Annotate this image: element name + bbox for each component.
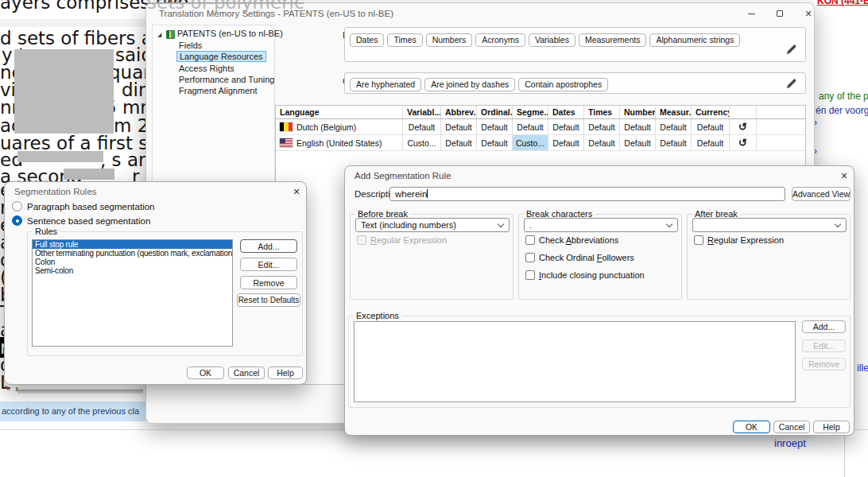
cancel-button[interactable]: Cancel (773, 421, 810, 433)
before-regex-checkbox (357, 235, 366, 245)
table-row-dutch[interactable]: Dutch (Belgium) Default Default Default … (276, 119, 805, 135)
cell[interactable]: Default (584, 119, 620, 134)
cell[interactable]: Default (656, 119, 692, 134)
recognize-chip[interactable]: Variables (529, 33, 575, 47)
tree-item-performance-tuning[interactable]: Performance and Tuning (179, 75, 274, 84)
cell[interactable]: Default (403, 119, 441, 134)
check-abbreviations-checkbox[interactable] (525, 235, 535, 245)
add-rule-button[interactable]: Add... (240, 239, 297, 253)
break-characters-dropdown[interactable]: . (524, 218, 678, 232)
rule-item-colon[interactable]: Colon (33, 258, 232, 266)
remove-rule-button[interactable]: Remove (240, 276, 297, 289)
close-button[interactable]: ✕ (838, 169, 851, 182)
recognize-chip[interactable]: Measurements (579, 33, 646, 47)
cell[interactable]: Default (477, 135, 513, 150)
col-reset (730, 106, 757, 118)
col-currency[interactable]: Currency (692, 106, 730, 118)
exceptions-group: Exceptions Add... Edit... Remove (348, 316, 851, 408)
cell[interactable]: Default (477, 119, 513, 134)
screen: ayers comprises two d sets of fibers are… (0, 0, 868, 477)
cell-selected[interactable]: Custo... (513, 135, 548, 150)
col-variables[interactable]: Variabl... (403, 106, 441, 118)
paragraph-segmentation-radio[interactable] (12, 201, 22, 211)
tree-item-access-rights[interactable]: Access Rights (179, 64, 234, 73)
edit-pencil-icon[interactable] (785, 44, 797, 56)
ok-button[interactable]: OK (187, 366, 224, 379)
reset-defaults-button[interactable]: Reset to Defaults (237, 293, 300, 307)
doc-fragment-inroept: inroept (774, 437, 806, 449)
recognize-chip[interactable]: Alphanumeric strings (649, 33, 740, 47)
after-break-dropdown[interactable] (692, 218, 847, 232)
reset-row-button[interactable]: ↺ (730, 119, 757, 134)
after-regex-label: Regular Expression (707, 235, 784, 245)
recognize-chip[interactable]: Acronyms (475, 33, 525, 47)
doc-separator (0, 19, 145, 27)
exceptions-list[interactable] (354, 321, 796, 402)
cell[interactable]: Default (656, 135, 692, 150)
close-button[interactable]: ✕ (796, 4, 821, 23)
selected-segment-row[interactable]: according to any of the previous cla (0, 401, 149, 421)
before-break-group: Before break Text (including numbers) Re… (350, 214, 513, 300)
edit-rule-button[interactable]: Edit... (240, 258, 297, 271)
cancel-button[interactable]: Cancel (228, 366, 265, 379)
cell[interactable]: Default (620, 135, 656, 150)
dialog-title: Segmentation Rules (14, 187, 97, 196)
after-break-group: After break Regular Expression (687, 214, 851, 300)
redaction-block (14, 49, 114, 134)
cell[interactable]: Default (548, 119, 584, 134)
rules-list[interactable]: Full stop rule Other terminating punctua… (32, 239, 233, 347)
cell[interactable]: Default (584, 135, 620, 150)
cell[interactable]: Default (441, 119, 477, 134)
recognize-chip[interactable]: Numbers (426, 33, 473, 47)
tree-item-language-resources[interactable]: Language Resources (176, 51, 266, 62)
sentence-segmentation-radio[interactable] (12, 215, 22, 226)
cell[interactable]: Custo... (403, 135, 441, 150)
col-segmentation[interactable]: Segme... (513, 106, 548, 118)
cell[interactable]: Default (548, 135, 584, 150)
cell[interactable]: Default (692, 135, 730, 150)
cell[interactable]: Default (513, 119, 548, 134)
advanced-view-button[interactable]: Advanced View (792, 187, 851, 201)
description-input[interactable]: wherein (389, 187, 785, 201)
after-regex-checkbox[interactable] (694, 235, 703, 245)
col-dates[interactable]: Dates (548, 106, 584, 118)
col-abbreviations[interactable]: Abbrev... (441, 106, 477, 118)
cell[interactable]: Default (441, 135, 477, 150)
check-ordinal-followers-checkbox[interactable] (525, 253, 535, 262)
reset-row-button[interactable]: ↺ (730, 135, 757, 150)
count-chip[interactable]: Are hyphenated (350, 78, 421, 91)
table-row-english[interactable]: English (United States) Custo... Default… (276, 135, 805, 151)
include-closing-punctuation-label: Include closing punctuation (539, 270, 645, 280)
count-chip[interactable]: Contain apostrophes (518, 78, 608, 91)
rule-item-full-stop[interactable]: Full stop rule (33, 240, 232, 249)
count-chip[interactable]: Are joined by dashes (424, 78, 515, 91)
recognize-chip[interactable]: Dates (350, 33, 384, 47)
close-button[interactable]: ✕ (290, 185, 303, 198)
col-numbers[interactable]: Numbers (620, 106, 656, 118)
help-button[interactable]: Help (268, 366, 303, 379)
include-closing-punctuation-checkbox[interactable] (525, 270, 535, 280)
tree-expand-icon[interactable]: ◢ (157, 32, 161, 38)
edit-pencil-icon[interactable] (785, 78, 797, 90)
cell[interactable]: Default (692, 119, 730, 134)
maximize-button[interactable] (767, 4, 792, 23)
table-header-row: Language Variabl... Abbrev... Ordinal...… (276, 106, 805, 119)
cell[interactable]: Default (620, 119, 656, 134)
add-exception-button[interactable]: Add... (802, 320, 846, 333)
help-button[interactable]: Help (813, 421, 850, 433)
minimize-button[interactable] (738, 4, 764, 23)
col-measurements[interactable]: Measur... (656, 106, 692, 118)
close-icon: ✕ (840, 171, 847, 181)
tree-item-fragment-alignment[interactable]: Fragment Alignment (179, 86, 257, 95)
rule-item-semi-colon[interactable]: Semi-colon (33, 266, 232, 275)
col-ordinals[interactable]: Ordinal... (477, 106, 513, 118)
ok-button[interactable]: OK (733, 421, 770, 433)
rule-item-other-punctuation[interactable]: Other terminating punctuation (question … (33, 249, 232, 258)
col-times[interactable]: Times (584, 106, 620, 118)
break-characters-group: Break characters . Check Abbreviations C… (518, 214, 682, 300)
before-break-dropdown[interactable]: Text (including numbers) (355, 218, 510, 232)
tree-item-patents[interactable]: PATENTS (en-US to nl-BE) (177, 29, 283, 38)
recognize-chip[interactable]: Times (387, 33, 422, 47)
col-language[interactable]: Language (276, 106, 403, 118)
tree-item-fields[interactable]: Fields (179, 41, 202, 50)
